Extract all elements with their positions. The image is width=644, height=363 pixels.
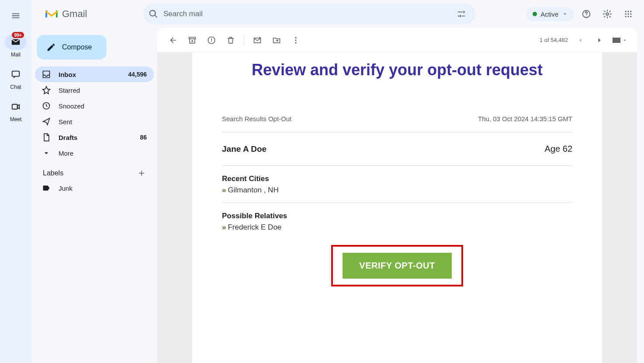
rail-app-chat[interactable]: Chat: [5, 66, 26, 90]
input-tools-button[interactable]: [610, 36, 630, 45]
status-label: Active: [540, 10, 558, 18]
cta-highlight-box: VERIFY OPT-OUT: [331, 245, 463, 286]
search-options-button[interactable]: [453, 5, 470, 23]
report-spam-icon: [207, 36, 216, 45]
message-body-scroll[interactable]: Review and verify your opt-out request S…: [157, 52, 637, 363]
nav-label: Sent: [59, 118, 72, 126]
meet-icon: [11, 102, 21, 112]
svg-point-3: [586, 16, 587, 17]
sidebar-item-more[interactable]: More: [35, 145, 154, 161]
nav-label: Snoozed: [59, 102, 84, 110]
older-button[interactable]: [571, 31, 589, 49]
rail-app-label: Chat: [10, 84, 21, 90]
search-input[interactable]: [163, 9, 448, 19]
google-apps-button[interactable]: [620, 5, 637, 23]
toolbar-separator: [244, 35, 244, 45]
main-panel: 1 of 54,482 Review and verify your opt-o…: [157, 28, 637, 363]
search-bar[interactable]: [143, 3, 475, 24]
add-label-button[interactable]: [137, 169, 146, 178]
sidebar-item-starred[interactable]: Starred: [35, 82, 154, 98]
sidebar-item-drafts[interactable]: Drafts 86: [35, 129, 154, 145]
plus-icon: [137, 169, 146, 178]
more-actions-button[interactable]: [287, 31, 305, 49]
sidebar: Compose Inbox 44,596 Starred Snoozed Sen…: [31, 28, 157, 363]
recent-cities-header: Recent Cities: [222, 175, 572, 183]
person-name: Jane A Doe: [222, 144, 267, 154]
svg-rect-1: [12, 105, 17, 109]
newer-button[interactable]: [591, 31, 608, 49]
settings-button[interactable]: [599, 5, 616, 23]
status-chip[interactable]: Active: [526, 7, 574, 21]
main-menu-button[interactable]: [6, 6, 25, 25]
header: Gmail Active: [31, 0, 644, 28]
rail-app-meet[interactable]: Meet: [5, 99, 26, 122]
svg-point-19: [295, 37, 296, 38]
email-title: Review and verify your opt-out request: [222, 60, 572, 79]
folder-move-icon: [272, 36, 281, 45]
spam-button[interactable]: [203, 31, 220, 49]
svg-point-11: [625, 16, 627, 17]
keyboard-icon: [613, 38, 620, 43]
relatives-header: Possible Relatives: [222, 212, 572, 220]
email-subject-line: Search Results Opt-Out: [222, 115, 291, 122]
app-rail: 99+ Mail Chat Meet: [0, 0, 31, 363]
mark-unread-button[interactable]: [249, 31, 266, 49]
back-button[interactable]: [164, 31, 182, 49]
pager-text: 1 of 54,482: [540, 37, 568, 43]
brand-name: Gmail: [62, 8, 87, 20]
svg-point-7: [630, 11, 631, 12]
trash-icon: [226, 36, 235, 45]
chevron-right-icon: [595, 36, 604, 45]
sidebar-label-junk[interactable]: Junk: [35, 180, 154, 196]
email-content: Review and verify your opt-out request S…: [192, 52, 602, 363]
compose-label: Compose: [62, 43, 92, 51]
sidebar-item-sent[interactable]: Sent: [35, 114, 154, 129]
compose-button[interactable]: Compose: [37, 35, 107, 59]
nav-label: More: [59, 150, 73, 157]
svg-point-13: [630, 16, 631, 17]
arrow-left-icon: [169, 36, 177, 45]
rail-app-label: Meet: [10, 116, 22, 122]
verify-opt-out-button[interactable]: VERIFY OPT-OUT: [343, 253, 451, 279]
email-timestamp: Thu, 03 Oct 2024 14:35:15 GMT: [478, 115, 572, 122]
more-vert-icon: [291, 36, 300, 45]
chevron-down-icon: [42, 149, 51, 157]
mail-icon: [11, 37, 21, 47]
rail-app-mail[interactable]: 99+ Mail: [5, 34, 26, 58]
search-icon: [149, 9, 158, 19]
svg-point-6: [627, 11, 629, 12]
recent-city-item: »Gilmanton , NH: [222, 186, 572, 195]
file-icon: [42, 133, 51, 142]
svg-point-18: [259, 37, 260, 38]
svg-point-10: [630, 13, 631, 14]
inbox-icon: [42, 70, 51, 79]
star-icon: [42, 86, 51, 94]
person-age: Age 62: [545, 144, 572, 154]
svg-rect-15: [189, 37, 196, 38]
svg-point-5: [625, 11, 627, 12]
chat-icon: [11, 70, 21, 79]
hamburger-icon: [11, 11, 21, 21]
mail-unread-badge: 99+: [11, 31, 24, 38]
archive-icon: [188, 36, 197, 45]
svg-point-4: [606, 13, 609, 15]
labels-header: Labels: [43, 169, 63, 177]
support-button[interactable]: [578, 5, 595, 23]
apps-grid-icon: [624, 10, 633, 18]
archive-button[interactable]: [184, 31, 201, 49]
chevron-left-icon: [576, 36, 585, 45]
brand[interactable]: Gmail: [38, 8, 140, 20]
sidebar-item-snoozed[interactable]: Snoozed: [35, 98, 154, 114]
svg-point-12: [627, 16, 629, 17]
move-to-button[interactable]: [268, 31, 285, 49]
delete-button[interactable]: [222, 31, 239, 49]
clock-icon: [42, 101, 51, 110]
status-dot-icon: [533, 12, 537, 16]
divider: [222, 202, 572, 203]
gear-icon: [602, 9, 612, 19]
message-toolbar: 1 of 54,482: [157, 28, 637, 52]
sidebar-item-inbox[interactable]: Inbox 44,596: [35, 66, 154, 82]
rail-app-label: Mail: [11, 52, 21, 58]
svg-point-20: [295, 39, 296, 41]
label-icon: [42, 184, 51, 192]
